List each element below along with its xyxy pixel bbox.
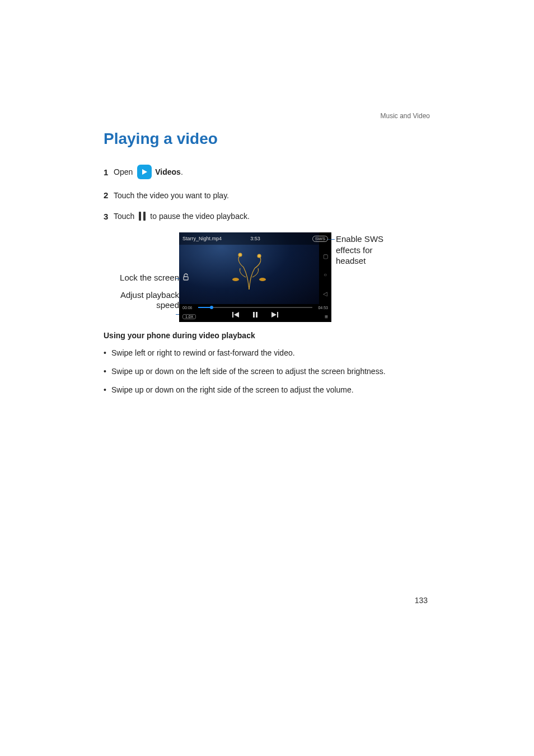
svg-point-1 <box>238 253 242 256</box>
svg-marker-10 <box>271 312 277 318</box>
svg-point-3 <box>232 278 239 281</box>
time-current: 00:06 <box>182 306 195 310</box>
previous-icon[interactable] <box>232 310 239 320</box>
lock-screen-button[interactable] <box>181 273 190 282</box>
sws-toggle[interactable]: SWS <box>312 236 328 242</box>
callout-sws-label: Enable SWS effects for headset <box>336 234 404 267</box>
step-3: 3 Touch to pause the video playback. <box>104 211 428 221</box>
svg-marker-0 <box>142 169 147 175</box>
callout-speed-label: Adjust playback speed <box>104 290 179 310</box>
step-1-pre: Open <box>114 167 133 176</box>
callout-lock-label: Lock the screen <box>120 273 179 282</box>
list-item: Swipe left or right to rewind or fast-fo… <box>111 348 428 358</box>
step-1-app: Videos <box>155 167 181 176</box>
list-item: Swipe up or down on the left side of the… <box>111 366 428 377</box>
svg-rect-9 <box>256 312 257 318</box>
video-content-art <box>227 251 271 291</box>
breadcrumb: Music and Video <box>104 112 430 120</box>
svg-rect-8 <box>253 312 255 318</box>
step-1-post: . <box>181 167 183 176</box>
step-1: 1 Open Videos. <box>104 165 428 179</box>
svg-point-2 <box>257 254 261 258</box>
play-pause-icon[interactable] <box>252 310 258 320</box>
tips-list: Swipe left or right to rewind or fast-fo… <box>104 348 428 395</box>
video-player: Starry_Night.mp4 3:53 SWS <box>179 232 331 322</box>
subheading: Using your phone during video playback <box>104 331 428 340</box>
nav-home-icon[interactable]: ○ <box>324 272 327 278</box>
step-2-text: Touch the video you want to play. <box>114 191 229 200</box>
svg-point-4 <box>259 278 266 281</box>
page-number: 133 <box>415 596 428 605</box>
nav-recent-icon[interactable]: ▢ <box>323 253 328 259</box>
time-total: 04:53 <box>316 306 328 310</box>
step-3-pre: Touch <box>114 212 134 221</box>
svg-rect-6 <box>232 312 233 318</box>
svg-marker-7 <box>234 312 239 318</box>
page-title: Playing a video <box>104 130 428 148</box>
player-figure: Lock the screen Adjust playback speed St… <box>104 232 428 322</box>
player-clock: 3:53 <box>179 236 331 241</box>
list-item: Swipe up or down on the right side of th… <box>111 385 428 395</box>
step-1-number: 1 <box>104 167 114 177</box>
svg-rect-5 <box>184 277 188 280</box>
progress-bar[interactable] <box>198 307 312 308</box>
step-2-number: 2 <box>104 190 114 200</box>
step-3-number: 3 <box>104 212 114 221</box>
pause-icon <box>139 211 146 221</box>
step-3-post: to pause the video playback. <box>150 212 249 221</box>
nav-back-icon[interactable]: ◁ <box>323 291 327 297</box>
svg-rect-11 <box>277 312 278 318</box>
step-2: 2 Touch the video you want to play. <box>104 190 428 200</box>
videos-app-icon <box>137 165 152 179</box>
next-icon[interactable] <box>271 310 278 320</box>
